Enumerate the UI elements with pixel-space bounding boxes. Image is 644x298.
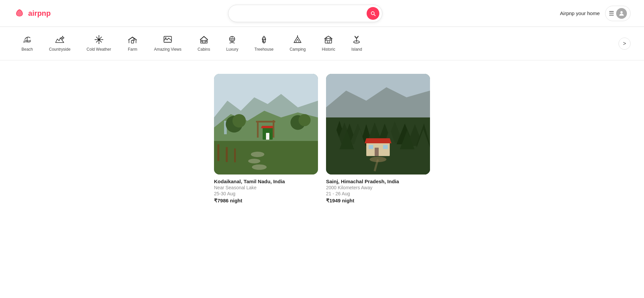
category-camping-label: Camping xyxy=(289,47,306,52)
category-countryside-label: Countryside xyxy=(49,47,70,52)
kodaikanal-illustration xyxy=(214,74,318,175)
category-nav: Beach Countryside xyxy=(0,27,644,60)
listing-dates-kodaikanal: 25-30 Aug xyxy=(214,191,318,196)
category-camping[interactable]: Camping xyxy=(281,30,314,58)
cabins-icon xyxy=(199,35,209,44)
menu-profile-button[interactable]: ☰ xyxy=(605,6,631,21)
luxury-icon xyxy=(227,35,237,44)
farm-icon xyxy=(128,35,137,44)
listing-title-kodaikanal: Kodaikanal, Tamil Nadu, India xyxy=(214,179,318,184)
svg-rect-55 xyxy=(226,147,228,162)
camping-icon xyxy=(293,35,302,44)
svg-rect-22 xyxy=(201,40,203,41)
category-nav-next[interactable]: > xyxy=(619,38,631,50)
logo-text: airpnp xyxy=(28,9,51,18)
island-icon xyxy=(352,35,361,44)
listing-price-sainj: ₹1949 night xyxy=(326,198,430,204)
listing-card-kodaikanal[interactable]: Kodaikanal, Tamil Nadu, India Near Seaso… xyxy=(214,74,318,204)
listing-subtitle-kodaikanal: Near Seasonal Lake xyxy=(214,185,318,190)
listing-dates-sainj: 21 - 26 Aug xyxy=(326,191,430,196)
svg-point-14 xyxy=(95,39,96,40)
svg-rect-47 xyxy=(257,121,259,138)
svg-rect-54 xyxy=(217,144,219,161)
svg-marker-79 xyxy=(365,138,391,143)
svg-marker-46 xyxy=(261,126,274,128)
listing-image-kodaikanal xyxy=(214,74,318,175)
svg-point-12 xyxy=(98,35,99,36)
category-cabins-label: Cabins xyxy=(198,47,210,52)
search-icon xyxy=(370,10,376,16)
listing-image-sainj xyxy=(326,74,430,175)
cold-weather-icon xyxy=(94,35,104,44)
category-farm-label: Farm xyxy=(128,47,137,52)
svg-point-0 xyxy=(621,11,623,13)
category-amazing-views-label: Amazing Views xyxy=(154,47,181,52)
avatar xyxy=(616,8,627,19)
listing-subtitle-sainj: 2000 Kilometers Away xyxy=(326,185,430,190)
svg-rect-32 xyxy=(328,40,329,43)
svg-rect-81 xyxy=(369,145,373,149)
svg-marker-40 xyxy=(214,141,318,175)
listings-grid: Kodaikanal, Tamil Nadu, India Near Seaso… xyxy=(0,60,644,217)
category-historic[interactable]: Historic xyxy=(314,30,343,58)
category-island[interactable]: Island xyxy=(343,30,370,58)
category-island-label: Island xyxy=(351,47,362,52)
svg-rect-33 xyxy=(326,39,327,41)
category-treehouse-label: Treehouse xyxy=(254,47,273,52)
category-items: Beach Countryside xyxy=(13,30,616,58)
search-input[interactable] xyxy=(235,10,367,16)
search-button[interactable] xyxy=(367,7,379,20)
sainj-illustration xyxy=(326,74,430,175)
svg-rect-23 xyxy=(205,40,206,41)
header-right: Airpnp your home ☰ xyxy=(560,6,631,21)
svg-rect-26 xyxy=(263,40,264,42)
category-luxury-label: Luxury xyxy=(226,47,238,52)
user-icon xyxy=(618,10,625,17)
svg-rect-56 xyxy=(234,148,236,162)
category-luxury[interactable]: Luxury xyxy=(218,30,246,58)
category-countryside[interactable]: Countryside xyxy=(41,30,78,58)
svg-rect-17 xyxy=(133,39,135,40)
header: airpnp Airpnp your home ☰ xyxy=(0,0,644,27)
svg-point-42 xyxy=(248,159,260,163)
svg-rect-80 xyxy=(375,148,379,156)
treehouse-icon xyxy=(259,35,269,44)
beach-icon xyxy=(22,35,32,44)
logo[interactable]: airpnp xyxy=(13,7,51,19)
category-beach[interactable]: Beach xyxy=(13,30,41,58)
svg-rect-82 xyxy=(383,145,388,149)
svg-point-53 xyxy=(299,114,311,126)
search-bar[interactable] xyxy=(228,5,382,22)
listing-card-sainj[interactable]: Sainj, Himachal Pradesh, India 2000 Kilo… xyxy=(326,74,430,204)
amazing-views-icon xyxy=(163,35,172,44)
category-historic-label: Historic xyxy=(322,47,335,52)
svg-point-13 xyxy=(98,43,99,44)
listing-title-sainj: Sainj, Himachal Pradesh, India xyxy=(326,179,430,184)
svg-rect-21 xyxy=(203,41,205,43)
category-cold-weather-label: Cold Weather xyxy=(87,47,111,52)
category-amazing-views[interactable]: Amazing Views xyxy=(146,30,190,58)
svg-rect-49 xyxy=(256,121,275,122)
svg-point-41 xyxy=(251,152,264,157)
listing-price-kodaikanal: ₹7986 night xyxy=(214,198,318,204)
svg-point-43 xyxy=(252,164,267,170)
svg-rect-16 xyxy=(131,40,134,43)
historic-icon xyxy=(324,35,333,44)
hamburger-icon: ☰ xyxy=(609,10,614,17)
category-cabins[interactable]: Cabins xyxy=(190,30,218,58)
category-cold-weather[interactable]: Cold Weather xyxy=(78,30,119,58)
host-link[interactable]: Airpnp your home xyxy=(560,10,600,16)
svg-point-51 xyxy=(232,114,246,128)
category-farm[interactable]: Farm xyxy=(119,30,146,58)
category-treehouse[interactable]: Treehouse xyxy=(246,30,281,58)
category-beach-label: Beach xyxy=(21,47,33,52)
svg-point-15 xyxy=(102,39,103,40)
logo-icon xyxy=(13,7,25,19)
svg-rect-34 xyxy=(330,39,331,41)
svg-rect-45 xyxy=(266,133,269,140)
countryside-icon xyxy=(55,35,64,44)
svg-point-29 xyxy=(297,35,298,36)
svg-rect-48 xyxy=(273,120,274,138)
svg-point-19 xyxy=(165,37,166,39)
